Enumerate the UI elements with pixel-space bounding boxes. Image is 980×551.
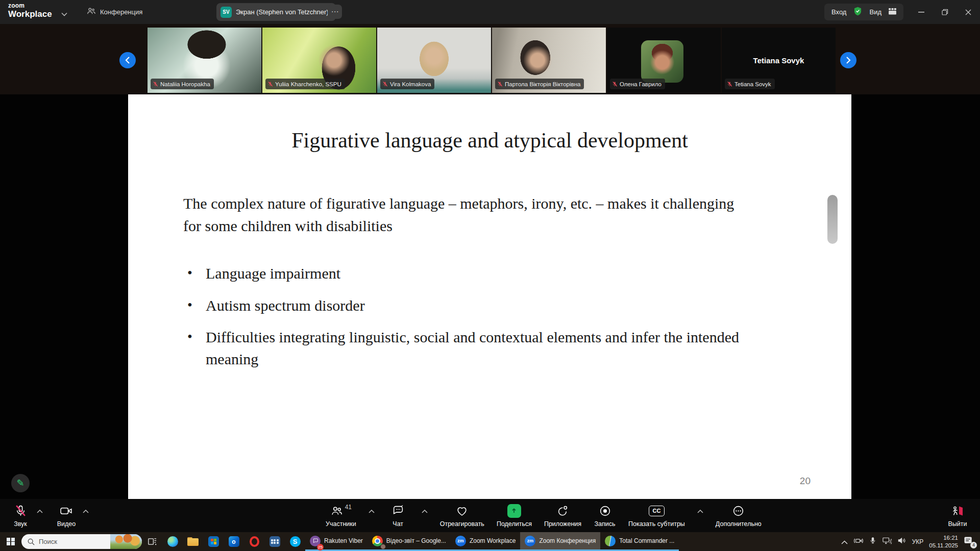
taskbar-window-viber[interactable]: 25 Rakuten Viber: [305, 532, 368, 551]
participant-video-tile[interactable]: Yuliia Kharchenko, SSPU: [262, 28, 376, 93]
audio-options-chevron[interactable]: [37, 506, 43, 515]
outlook-icon[interactable]: o: [224, 532, 244, 551]
clock-time: 16:21: [929, 534, 958, 541]
system-tray: УКР 16:21 05.11.2025 4: [841, 532, 980, 551]
network-icon[interactable]: [882, 537, 892, 547]
restore-button[interactable]: [933, 0, 957, 24]
chat-icon: [391, 504, 405, 518]
chat-button[interactable]: Чат: [387, 504, 409, 528]
leave-button[interactable]: Выйти: [946, 504, 969, 528]
notification-center-button[interactable]: 4: [964, 536, 975, 547]
taskbar-search[interactable]: Поиск: [21, 534, 142, 549]
scrollbar-thumb: [827, 195, 838, 244]
more-button[interactable]: Дополнительно: [716, 504, 762, 528]
speaker-icon[interactable]: [897, 537, 906, 546]
captions-options-chevron[interactable]: [697, 506, 703, 515]
viber-unread-badge: 25: [317, 544, 324, 550]
windows-taskbar: Поиск o S 25: [0, 532, 980, 551]
taskbar-window-zoom-workplace[interactable]: zm Zoom Workplace: [451, 532, 520, 551]
taskbar-window-total-commander[interactable]: Total Commander ...: [600, 532, 679, 551]
participant-name: Tetiana Sovyk: [734, 81, 771, 87]
video-label: Видео: [57, 520, 76, 528]
tab-meeting[interactable]: Конференция: [87, 0, 142, 24]
minimize-button[interactable]: [910, 0, 933, 24]
toolbar-center-group: 41 Участники Чат: [326, 499, 762, 532]
video-button[interactable]: Видео: [55, 504, 78, 528]
muted-mic-icon: [727, 81, 732, 87]
viber-icon: 25: [310, 536, 321, 546]
view-button[interactable]: Вид: [869, 8, 881, 16]
edge-browser-icon[interactable]: [162, 532, 183, 551]
view-grid-icon[interactable]: [889, 8, 896, 16]
taskbar-window-label: Rakuten Viber: [324, 537, 363, 544]
participant-video-tile[interactable]: Партола Вікторія Вікторівна: [492, 28, 606, 93]
participant-video-tile[interactable]: Vira Kolmakova: [377, 28, 491, 93]
taskbar-clock[interactable]: 16:21 05.11.2025: [929, 534, 958, 549]
participant-name-chip: Tetiana Sovyk: [725, 79, 775, 89]
camera-in-use-icon[interactable]: [853, 537, 864, 547]
calculator-icon[interactable]: [264, 532, 285, 551]
microphone-in-use-icon[interactable]: [869, 536, 876, 547]
chevron-down-icon[interactable]: [61, 9, 67, 18]
taskbar-window-label: Zoom Конференция: [539, 537, 596, 544]
share-label: Поделиться: [497, 520, 532, 528]
title-bar: zoom Workplace Конференция SV Экран (Ste…: [0, 0, 980, 24]
slide-title: Figurative language and atypical develop…: [128, 128, 851, 153]
leave-door-icon: [951, 504, 964, 518]
window-controls: [910, 0, 980, 24]
taskbar-window-chrome[interactable]: Відео-звіт – Google...: [368, 532, 451, 551]
file-explorer-icon[interactable]: [183, 532, 203, 551]
participant-name-chip: Nataliia Horopakha: [151, 79, 214, 89]
cc-icon: CC: [649, 504, 665, 518]
apps-button[interactable]: Приложения: [544, 504, 581, 528]
participant-name-tile[interactable]: Tetiana Sovyk Tetiana Sovyk: [722, 28, 836, 93]
react-button[interactable]: Отреагировать: [440, 504, 484, 528]
participant-avatar-tile[interactable]: Олена Гаврило: [607, 28, 721, 93]
close-button[interactable]: [957, 0, 980, 24]
participant-name-chip: Партола Вікторія Вікторівна: [495, 79, 584, 89]
record-button[interactable]: Запись: [594, 504, 616, 528]
start-button[interactable]: [0, 532, 21, 551]
participant-name: Олена Гаврило: [620, 81, 662, 87]
audio-button[interactable]: Звук: [9, 504, 32, 528]
microsoft-store-icon[interactable]: [203, 532, 224, 551]
participant-name: Vira Kolmakova: [390, 81, 431, 87]
record-label: Запись: [595, 520, 616, 528]
filmstrip-prev-button[interactable]: [119, 52, 136, 68]
tray-expand-chevron[interactable]: [841, 537, 848, 546]
shared-screen-stage: Figurative language and atypical develop…: [0, 94, 980, 499]
captions-button[interactable]: CC Показать субтитры: [628, 504, 685, 528]
captions-label: Показать субтитры: [628, 520, 685, 528]
tab-screen-share[interactable]: SV Экран (Stephen von Tetzchner): [216, 3, 336, 21]
titlebar-actions: Вход Вид: [824, 4, 903, 20]
chat-options-chevron[interactable]: [422, 506, 428, 515]
tab-meeting-label: Конференция: [100, 8, 142, 16]
language-indicator[interactable]: УКР: [912, 538, 924, 545]
tab-more-button[interactable]: ⋯: [328, 5, 342, 19]
annotate-pencil-button[interactable]: ✎: [11, 474, 30, 492]
participant-name: Yuliia Kharchenko, SSPU: [275, 81, 341, 87]
video-options-chevron[interactable]: [83, 506, 89, 515]
muted-mic-icon: [153, 81, 158, 87]
shield-check-icon[interactable]: [853, 7, 862, 17]
logo-line2: Workplace: [8, 10, 52, 18]
participants-options-chevron[interactable]: [369, 506, 375, 515]
slide-paragraph: The complex nature of figurative languag…: [183, 192, 755, 237]
taskbar-window-label: Відео-звіт – Google...: [386, 537, 446, 544]
opera-icon[interactable]: [244, 532, 264, 551]
participant-video-tile[interactable]: Nataliia Horopakha: [148, 28, 261, 93]
participant-name-chip: Vira Kolmakova: [380, 79, 434, 89]
search-icon: [28, 538, 35, 545]
apps-icon: [556, 504, 569, 518]
participants-icon: 41: [330, 504, 352, 518]
participant-name: Nataliia Horopakha: [160, 81, 210, 87]
skype-icon[interactable]: S: [285, 532, 305, 551]
participants-button[interactable]: 41 Участники: [326, 504, 356, 528]
share-button[interactable]: Поделиться: [497, 504, 532, 528]
chrome-profile-badge: [380, 544, 386, 549]
taskbar-window-zoom-meeting[interactable]: zm Zoom Конференция: [520, 532, 600, 551]
sign-in-button[interactable]: Вход: [831, 8, 846, 16]
filmstrip-next-button[interactable]: [840, 52, 856, 68]
camera-icon: [60, 504, 74, 518]
task-view-button[interactable]: [142, 532, 162, 551]
